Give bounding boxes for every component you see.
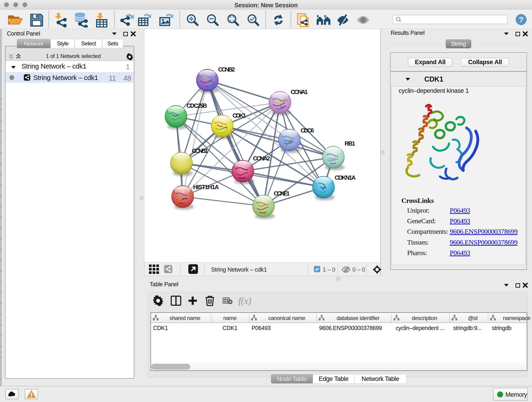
svg-text:CCNA1: CCNA1 xyxy=(291,89,308,95)
svg-text:CDC6: CDC6 xyxy=(301,127,314,134)
svg-text:CCNB2: CCNB2 xyxy=(218,66,235,73)
svg-text:CDK1: CDK1 xyxy=(233,112,246,119)
svg-text:CCNE1: CCNE1 xyxy=(274,190,290,197)
svg-text:RB1: RB1 xyxy=(345,140,355,147)
svg-text:CDKN1A: CDKN1A xyxy=(335,174,356,181)
svg-text:CCNA2: CCNA2 xyxy=(253,155,270,162)
svg-text:CDC25B: CDC25B xyxy=(186,102,207,109)
svg-text:CCNB1: CCNB1 xyxy=(192,147,208,154)
svg-text:HIST1H1A: HIST1H1A xyxy=(193,184,219,191)
